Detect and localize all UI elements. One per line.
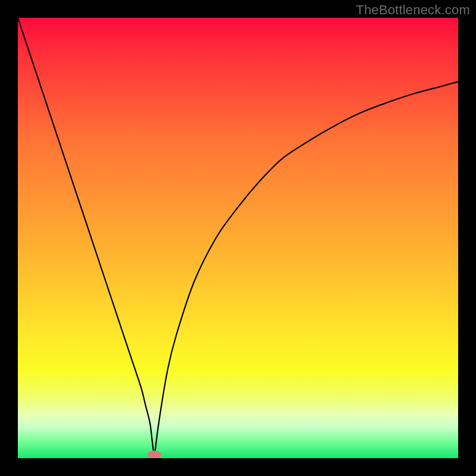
plot-area xyxy=(18,18,458,458)
curve-right-branch xyxy=(154,82,458,458)
watermark-text: TheBottleneck.com xyxy=(356,2,470,18)
curve-layer xyxy=(18,18,458,458)
curve-left-branch xyxy=(18,18,154,458)
chart-frame: TheBottleneck.com xyxy=(0,0,476,476)
minimum-marker xyxy=(148,450,162,458)
